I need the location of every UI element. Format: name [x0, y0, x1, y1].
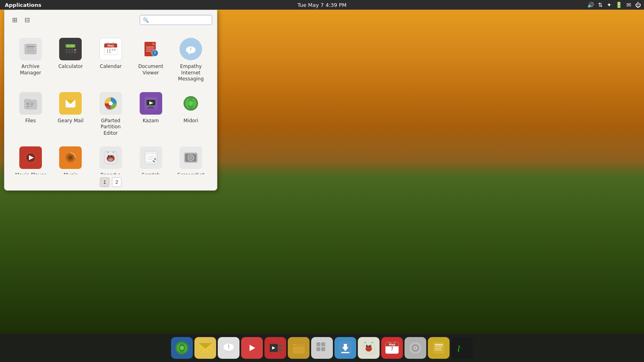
app-empathy[interactable]: ! Empathy Internet Messaging: [171, 33, 211, 87]
battery-icon[interactable]: 🔋: [615, 2, 622, 8]
svg-text:7: 7: [107, 51, 108, 53]
calendar-icon: May 1 2 3 4 7 8: [99, 38, 122, 60]
svg-text:3: 3: [111, 48, 113, 51]
svg-rect-45: [30, 104, 34, 105]
svg-rect-139: [435, 344, 443, 346]
svg-rect-22: [113, 43, 114, 45]
svg-rect-31: [146, 47, 154, 47]
dock-midori[interactable]: [171, 337, 193, 359]
svg-point-76: [112, 155, 113, 156]
svg-rect-11: [71, 49, 73, 51]
app-files[interactable]: Files: [10, 87, 51, 142]
svg-rect-142: [435, 350, 442, 350]
svg-rect-60: [147, 108, 155, 109]
archive-manager-label: Archive Manager: [14, 64, 47, 76]
page-2-button[interactable]: 2: [112, 177, 122, 187]
page-1-button[interactable]: 1: [100, 177, 109, 187]
svg-text:2/14: 2/14: [67, 45, 74, 48]
dock-disc[interactable]: [405, 337, 426, 359]
dock-office[interactable]: [428, 337, 450, 359]
svg-rect-13: [66, 51, 68, 53]
scratch-icon: [140, 146, 162, 169]
svg-point-89: [189, 156, 192, 159]
network-icon[interactable]: ⇅: [598, 2, 603, 8]
svg-text:8: 8: [109, 51, 111, 53]
app-movie-player[interactable]: Movie Player: [10, 142, 51, 174]
svg-point-5: [28, 46, 29, 47]
midori-icon: [180, 92, 202, 115]
app-archive-manager[interactable]: Archive Manager: [10, 33, 51, 87]
svg-text:4: 4: [114, 48, 116, 51]
grid-view-button[interactable]: ⊞: [9, 14, 20, 26]
volume-icon[interactable]: 🔊: [587, 2, 594, 8]
mail-icon[interactable]: ✉: [626, 2, 631, 8]
dock-files[interactable]: [288, 337, 310, 359]
document-viewer-icon: !: [140, 38, 162, 60]
list-view-button[interactable]: ⊟: [22, 14, 33, 26]
dock-dialog[interactable]: !: [218, 337, 239, 359]
app-screenshot[interactable]: Screenshot: [171, 142, 211, 174]
app-gparted[interactable]: GParted Partition Editor: [91, 87, 131, 142]
bluetooth-icon[interactable]: ✦: [607, 2, 612, 8]
app-geary-mail[interactable]: Geary Mail: [51, 87, 91, 142]
apps-grid: Archive Manager 2/14 Calculator: [4, 29, 217, 174]
music-icon: [59, 146, 82, 169]
app-music[interactable]: Music: [51, 142, 91, 174]
app-document-viewer[interactable]: ! Document Viewer: [131, 33, 171, 87]
dock-bug[interactable]: [358, 337, 380, 359]
dock-download[interactable]: [334, 337, 356, 359]
svg-rect-43: [27, 106, 29, 107]
view-toggles: ⊞ ⊟: [9, 14, 33, 26]
svg-text:$_: $_: [458, 345, 462, 349]
dock-video[interactable]: [264, 337, 286, 359]
svg-rect-21: [107, 43, 109, 45]
svg-rect-10: [68, 49, 70, 51]
dock-calendar[interactable]: May7: [381, 337, 403, 359]
calculator-label: Calculator: [58, 64, 83, 70]
svg-point-63: [188, 101, 193, 106]
power-icon[interactable]: ⏻: [635, 2, 641, 8]
launcher-toolbar: ⊞ ⊟ 🔍: [4, 10, 217, 29]
app-launcher: ⊞ ⊟ 🔍 Archive Manager: [4, 10, 217, 191]
calendar-label: Calendar: [100, 64, 122, 70]
svg-point-121: [366, 345, 368, 347]
kazam-icon: [140, 92, 162, 115]
svg-rect-42: [27, 103, 29, 105]
svg-marker-101: [226, 350, 228, 353]
dock-terminal[interactable]: $_▌: [451, 337, 473, 359]
svg-rect-12: [74, 49, 76, 51]
svg-rect-140: [435, 346, 443, 347]
report-problem-icon: [99, 146, 122, 169]
geary-mail-label: Geary Mail: [58, 118, 83, 124]
svg-point-77: [108, 158, 113, 161]
screenshot-icon: [180, 146, 202, 169]
gparted-icon: [99, 92, 122, 115]
svg-rect-46: [30, 106, 33, 107]
applications-menu[interactable]: Applications: [3, 2, 43, 8]
dock-music-player[interactable]: [241, 337, 263, 359]
archive-manager-icon: [19, 38, 42, 60]
svg-point-54: [106, 106, 112, 110]
panel-clock: Tue May 7 4:39 PM: [297, 2, 347, 8]
dock-appgrid[interactable]: [311, 337, 333, 359]
panel-left: Applications: [3, 2, 43, 8]
svg-rect-14: [68, 51, 70, 53]
app-report-problem[interactable]: Report a Problem: [91, 142, 131, 174]
svg-rect-114: [316, 347, 320, 351]
svg-rect-2: [27, 48, 35, 49]
svg-point-53: [109, 101, 113, 105]
empathy-label: Empathy Internet Messaging: [175, 64, 207, 82]
svg-point-73: [108, 155, 110, 157]
search-input[interactable]: [140, 15, 212, 25]
dock-mail[interactable]: [194, 337, 216, 359]
app-midori[interactable]: Midori: [171, 87, 211, 142]
svg-rect-44: [30, 103, 35, 103]
svg-point-123: [367, 346, 368, 346]
app-calendar[interactable]: May 1 2 3 4 7 8 Calendar: [91, 33, 131, 87]
svg-point-70: [69, 156, 72, 159]
svg-text:!: !: [154, 51, 156, 55]
app-scratch[interactable]: Scratch: [131, 142, 171, 174]
app-calculator[interactable]: 2/14 Calculator: [51, 33, 91, 87]
app-kazam[interactable]: Kazam: [131, 87, 171, 142]
files-icon: [19, 92, 42, 115]
